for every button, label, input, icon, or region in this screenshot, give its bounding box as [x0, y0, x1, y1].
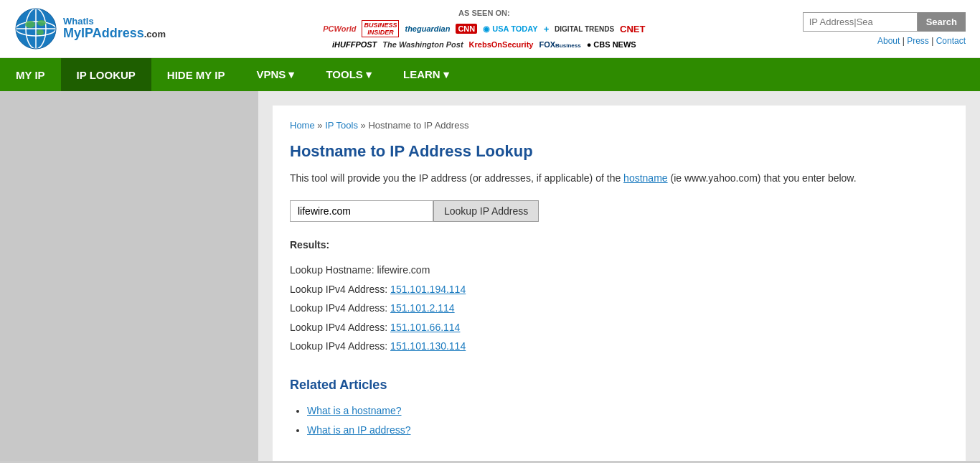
nav-hide-my-ip[interactable]: HIDE MY IP — [151, 58, 241, 91]
description: This tool will provide you the IP addres… — [290, 171, 948, 186]
result-ip-4-link[interactable]: 151.101.130.114 — [390, 340, 466, 352]
result-ip-3: Lookup IPv4 Address: 151.101.66.114 — [290, 318, 948, 337]
krebs-logo: KrebsOnSecurity — [469, 40, 534, 49]
logo-text: WhatIs MyIPAddress.com — [63, 17, 166, 41]
media-logos: PCWorld BUSINESSINSIDER theguardian CNN … — [166, 20, 803, 37]
description-text-2: (ie www.yahoo.com) that you enter below. — [668, 172, 857, 184]
search-input[interactable] — [803, 12, 918, 32]
result-ip-1-label: Lookup IPv4 Address: — [290, 284, 390, 295]
breadcrumb-ip-tools[interactable]: IP Tools — [325, 120, 358, 131]
result-ip-4: Lookup IPv4 Address: 151.101.130.114 — [290, 337, 948, 356]
usatoday-logo: ◉ USA TODAY — [483, 24, 537, 34]
header: WhatIs MyIPAddress.com AS SEEN ON: PCWor… — [0, 0, 980, 58]
breadcrumb-home[interactable]: Home — [290, 120, 315, 131]
related-articles-title: Related Articles — [290, 378, 948, 393]
result-hostname-value: lifewire.com — [377, 264, 430, 276]
related-item-2: What is an IP address? — [307, 421, 948, 440]
hostname-link[interactable]: hostname — [623, 172, 667, 184]
press-link[interactable]: Press — [907, 36, 929, 46]
related-link-2[interactable]: What is an IP address? — [307, 424, 410, 436]
guardian-logo: theguardian — [405, 24, 450, 33]
result-hostname-label: Lookup Hostname: — [290, 264, 377, 276]
page-title: Hostname to IP Address Lookup — [290, 142, 948, 161]
washpost-logo: The Washington Post — [382, 40, 463, 49]
search-area: Search About | Press | Contact — [803, 12, 966, 46]
result-ip-1: Lookup IPv4 Address: 151.101.194.114 — [290, 280, 948, 299]
content-white: Home » IP Tools » Hostname to IP Address… — [273, 106, 966, 461]
breadcrumb: Home » IP Tools » Hostname to IP Address — [290, 120, 948, 131]
svg-point-6 — [25, 21, 35, 28]
logo-area: WhatIs MyIPAddress.com — [14, 7, 166, 50]
main-layout: Home » IP Tools » Hostname to IP Address… — [0, 91, 980, 461]
lookup-button[interactable]: Lookup IP Address — [433, 200, 539, 222]
related-articles-list: What is a hostname? What is an IP addres… — [290, 401, 948, 439]
pcworld-logo: PCWorld — [323, 24, 356, 33]
results-block: Lookup Hostname: lifewire.com Lookup IPv… — [290, 261, 948, 356]
result-ip-4-label: Lookup IPv4 Address: — [290, 340, 390, 352]
plus-icon: + — [544, 24, 550, 34]
related-link-1[interactable]: What is a hostname? — [307, 405, 402, 416]
as-seen-area: AS SEEN ON: PCWorld BUSINESSINSIDER theg… — [166, 9, 803, 49]
nav-learn[interactable]: LEARN ▾ — [387, 58, 465, 91]
header-links: About | Press | Contact — [877, 36, 966, 46]
result-ip-3-link[interactable]: 151.101.66.114 — [390, 322, 460, 333]
result-ip-2: Lookup IPv4 Address: 151.101.2.114 — [290, 299, 948, 318]
main-nav: MY IP IP LOOKUP HIDE MY IP VPNS ▾ TOOLS … — [0, 58, 980, 91]
result-ip-2-label: Lookup IPv4 Address: — [290, 302, 390, 314]
cnn-logo: CNN — [456, 24, 477, 34]
search-button[interactable]: Search — [918, 12, 966, 32]
media-logos-row2: iHUFFPOST The Washington Post KrebsOnSec… — [166, 40, 803, 49]
foxbiz-logo: FOXBusiness — [539, 40, 580, 49]
result-hostname: Lookup Hostname: lifewire.com — [290, 261, 948, 280]
hostname-input[interactable] — [290, 200, 433, 222]
breadcrumb-sep-2: » — [361, 120, 366, 131]
nav-tools[interactable]: TOOLS ▾ — [310, 58, 387, 91]
huffpost-logo: iHUFFPOST — [332, 40, 377, 49]
businessinsider-logo: BUSINESSINSIDER — [362, 20, 399, 37]
result-ip-3-label: Lookup IPv4 Address: — [290, 322, 390, 333]
as-seen-label: AS SEEN ON: — [166, 9, 803, 17]
results-label: Results: — [290, 239, 948, 251]
about-link[interactable]: About — [877, 36, 900, 46]
result-ip-2-link[interactable]: 151.101.2.114 — [390, 302, 455, 314]
svg-point-8 — [37, 29, 44, 35]
description-text-1: This tool will provide you the IP addres… — [290, 172, 623, 184]
digitaltrends-logo: DIGITAL TRENDS — [555, 25, 614, 33]
search-bar: Search — [803, 12, 966, 32]
lookup-form: Lookup IP Address — [290, 200, 948, 222]
svg-point-7 — [37, 20, 46, 26]
cbsnews-logo: ● CBS NEWS — [587, 40, 636, 49]
cnet-logo: CNET — [620, 24, 645, 34]
result-ip-1-link[interactable]: 151.101.194.114 — [390, 284, 466, 295]
related-item-1: What is a hostname? — [307, 401, 948, 421]
content-area: Home » IP Tools » Hostname to IP Address… — [258, 91, 980, 461]
nav-ip-lookup[interactable]: IP LOOKUP — [61, 58, 151, 91]
sidebar — [0, 91, 258, 461]
nav-vpns[interactable]: VPNS ▾ — [240, 58, 310, 91]
contact-link[interactable]: Contact — [936, 36, 966, 46]
globe-icon — [14, 7, 57, 50]
breadcrumb-current: Hostname to IP Address — [368, 120, 468, 131]
nav-my-ip[interactable]: MY IP — [0, 58, 61, 91]
breadcrumb-sep-1: » — [317, 120, 322, 131]
